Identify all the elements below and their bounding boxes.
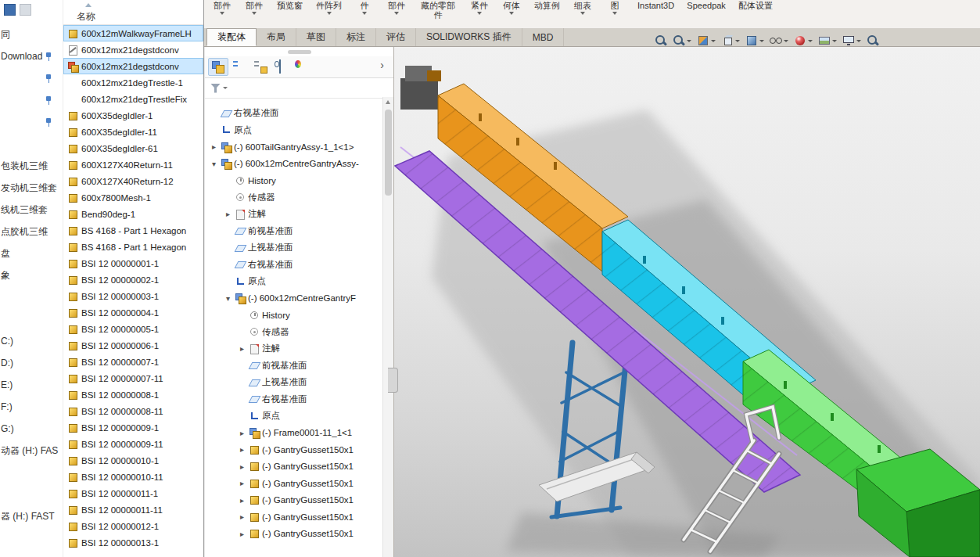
feature-tree-item[interactable]: (-) GantryGusset150x1 — [205, 492, 383, 509]
ribbon-button[interactable]: 件阵列 — [316, 0, 342, 15]
expander-icon[interactable] — [238, 344, 246, 353]
explorer-nav-item[interactable]: Download — [0, 45, 62, 67]
BSI 12 00000010-11[interactable]: BSI 12 00000010-11 — [63, 469, 203, 485]
scrollbar-thumb[interactable] — [385, 110, 392, 196]
feature-tree-item[interactable]: 注解 — [205, 206, 383, 223]
feature-tree-item[interactable]: 传感器 — [205, 324, 383, 341]
expander-icon[interactable] — [238, 496, 246, 505]
explorer-nav-item[interactable] — [0, 89, 62, 111]
ribbon-button[interactable]: 紧件 — [470, 0, 489, 15]
explorer-nav-item[interactable]: 发动机三维套 — [0, 177, 62, 199]
scroll-up-arrow-icon[interactable] — [386, 100, 390, 104]
feature-tree-item[interactable]: 传感器 — [205, 189, 383, 207]
view-settings-button[interactable] — [842, 34, 862, 48]
feature-tree-item[interactable]: (-) 600x12mCentreGantryAssy- — [205, 156, 383, 173]
ribbon-tab[interactable]: 装配体 — [206, 28, 257, 46]
feature-tree-item[interactable]: 右视基准面 — [205, 257, 383, 274]
feature-tree-item[interactable]: 原点 — [205, 122, 383, 139]
featuremanager-tab[interactable] — [208, 58, 228, 76]
filter-funnel-icon[interactable] — [210, 84, 221, 93]
600x12mWalkwayFrameLH[interactable]: 600x12mWalkwayFrameLH — [63, 25, 203, 41]
ribbon-button[interactable]: 配体设置 — [738, 0, 773, 10]
expander-icon[interactable] — [238, 512, 246, 521]
explorer-nav-item[interactable] — [0, 462, 62, 483]
explorer-nav-item[interactable] — [0, 133, 62, 155]
explorer-nav-item[interactable]: 动器 (H:) FAS — [0, 440, 62, 462]
feature-tree-item[interactable]: 右视基准面 — [205, 105, 383, 122]
tab-overflow-chevron-icon[interactable] — [380, 59, 384, 71]
displaymanager-tab[interactable] — [293, 58, 313, 76]
feature-tree-item[interactable]: 前视基准面 — [205, 223, 383, 240]
ribbon-button[interactable]: 图 — [605, 0, 624, 15]
BSI 12 00000009-1[interactable]: BSI 12 00000009-1 — [63, 419, 203, 436]
hide-show-items-button[interactable] — [769, 34, 789, 48]
magnifying-glass-button[interactable] — [866, 34, 880, 48]
600x12mx21degTrestle-1[interactable]: 600x12mx21degTrestle-1 — [63, 74, 203, 91]
600x12mx21degstdconv[interactable]: 600x12mx21degstdconv — [63, 41, 203, 58]
ribbon-button[interactable]: Speedpak — [687, 0, 725, 10]
zoom-fit-button[interactable] — [654, 34, 668, 48]
BSI 12 00000011-11[interactable]: BSI 12 00000011-11 — [63, 501, 203, 518]
explorer-nav-item[interactable] — [0, 308, 62, 330]
propertymanager-tab[interactable] — [229, 58, 249, 76]
explorer-nav-item[interactable]: D:) — [0, 352, 62, 374]
explorer-nav-item[interactable] — [0, 111, 62, 133]
feature-tree-item[interactable]: (-) GantryGusset150x1 — [205, 475, 383, 492]
feature-tree-item[interactable]: 上视基准面 — [205, 374, 383, 391]
Bend90deg-1[interactable]: Bend90deg-1 — [63, 206, 203, 222]
explorer-nav-item[interactable]: F:) — [0, 396, 62, 418]
display-style-button[interactable] — [745, 34, 765, 48]
caret-down-icon[interactable] — [223, 87, 228, 89]
BSI 12 00000001-1[interactable]: BSI 12 00000001-1 — [63, 255, 203, 271]
BSI 12 00000010-1[interactable]: BSI 12 00000010-1 — [63, 452, 203, 469]
explorer-nav-item[interactable]: 包装机三维 — [0, 155, 62, 177]
explorer-nav-item[interactable] — [0, 286, 62, 308]
expander-icon[interactable] — [210, 142, 218, 151]
view-orientation-button[interactable] — [720, 34, 741, 48]
BSI 12 00000003-1[interactable]: BSI 12 00000003-1 — [63, 288, 203, 304]
ribbon-button[interactable]: 细表 — [573, 0, 592, 15]
600X35degIdler-11[interactable]: 600X35degIdler-11 — [63, 124, 203, 140]
edit-appearance-button[interactable] — [793, 34, 813, 48]
expander-icon[interactable] — [210, 160, 218, 168]
BSI 12 00000012-1[interactable]: BSI 12 00000012-1 — [63, 518, 203, 534]
ribbon-tab[interactable]: SOLIDWORKS 插件 — [416, 28, 522, 46]
explorer-nav-item[interactable]: 同 — [0, 23, 62, 45]
explorer-nav-item[interactable]: E:) — [0, 374, 62, 396]
explorer-nav-item[interactable]: 器 (H:) FAST — [0, 505, 62, 527]
panel-splitter-handle[interactable] — [388, 368, 398, 393]
ribbon-button[interactable]: 部件 — [387, 0, 406, 15]
ribbon-button[interactable]: 动算例 — [534, 0, 560, 10]
feature-tree-item[interactable]: 原点 — [205, 273, 383, 290]
ribbon-tab[interactable]: 布局 — [257, 28, 296, 46]
feature-tree-item[interactable]: (-) 600TailGantryAssy-1_1<1> — [205, 138, 383, 156]
BSI 12 00000007-1[interactable]: BSI 12 00000007-1 — [63, 354, 203, 370]
600x12mx21degTrestleFix[interactable]: 600x12mx21degTrestleFix — [63, 91, 203, 107]
explorer-nav-item[interactable]: C:) — [0, 330, 62, 352]
feature-tree-item[interactable]: 前视基准面 — [205, 358, 383, 375]
600X127X40Return-11[interactable]: 600X127X40Return-11 — [63, 156, 203, 173]
feature-tree-item[interactable]: History — [205, 307, 383, 324]
explorer-nav-item[interactable] — [0, 483, 62, 505]
ribbon-tab[interactable]: 草图 — [296, 28, 336, 46]
ribbon-button[interactable]: Instant3D — [637, 0, 674, 10]
explorer-toolbar-icon[interactable] — [20, 4, 31, 16]
expander-icon[interactable] — [238, 462, 246, 471]
feature-tree-item[interactable]: (-) GantryGusset150x1 — [205, 441, 383, 458]
600X35degIdler-1[interactable]: 600X35degIdler-1 — [63, 107, 203, 124]
feature-tree-item[interactable]: (-) Frame0001-11_1<1 — [205, 425, 383, 442]
BSI 12 00000004-1[interactable]: BSI 12 00000004-1 — [63, 304, 203, 321]
dimxpertmanager-tab[interactable] — [271, 58, 292, 76]
expander-icon[interactable] — [238, 479, 246, 487]
600x7800Mesh-1[interactable]: 600x7800Mesh-1 — [63, 189, 203, 206]
BSI 12 00000008-11[interactable]: BSI 12 00000008-11 — [63, 403, 203, 419]
explorer-nav-item[interactable]: 线机三维套 — [0, 199, 62, 221]
ribbon-button[interactable]: 何体 — [502, 0, 521, 15]
BSI 12 00000009-11[interactable]: BSI 12 00000009-11 — [63, 436, 203, 452]
feature-tree-item[interactable]: 原点 — [205, 408, 383, 425]
ribbon-tab[interactable]: MBD — [522, 28, 565, 46]
name-column-header[interactable]: 名称 — [63, 0, 203, 25]
BSI 12 00000011-1[interactable]: BSI 12 00000011-1 — [63, 485, 203, 501]
BSI 12 00000008-1[interactable]: BSI 12 00000008-1 — [63, 386, 203, 403]
explorer-nav-item[interactable]: 象 — [0, 264, 62, 286]
